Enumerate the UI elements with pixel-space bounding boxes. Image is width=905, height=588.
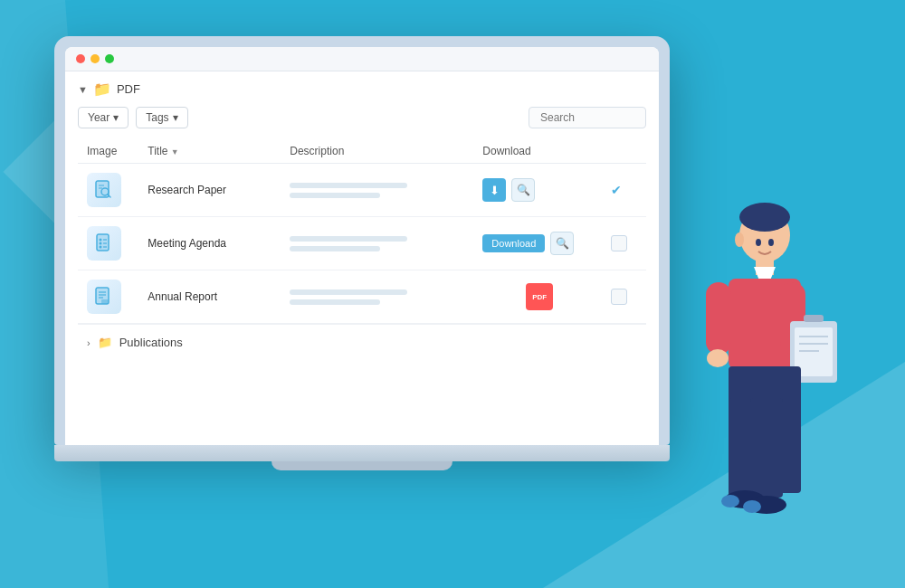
search-container bbox=[529, 107, 646, 128]
tags-dropdown[interactable]: Tags ▾ bbox=[136, 107, 187, 128]
year-label: Year bbox=[88, 111, 110, 124]
toolbar: Year ▾ Tags ▾ bbox=[78, 107, 646, 128]
svg-point-21 bbox=[739, 203, 790, 232]
svg-rect-31 bbox=[804, 315, 824, 322]
pdf-folder-name: PDF bbox=[117, 82, 140, 96]
folder-chevron-icon[interactable]: ▼ bbox=[78, 84, 88, 95]
svg-marker-23 bbox=[754, 267, 776, 280]
search-icon-button[interactable]: 🔍 bbox=[550, 232, 574, 255]
desc-line bbox=[290, 193, 380, 198]
col-header-image: Image bbox=[78, 139, 138, 164]
svg-point-42 bbox=[735, 232, 744, 247]
col-header-description: Description bbox=[281, 139, 473, 164]
svg-rect-25 bbox=[706, 282, 731, 355]
row2-download-cell: Download 🔍 bbox=[473, 217, 605, 270]
svg-rect-37 bbox=[750, 398, 783, 498]
research-paper-title: Research Paper bbox=[148, 184, 226, 196]
row3-download-cell: PDF bbox=[473, 270, 605, 324]
desc-line bbox=[290, 236, 407, 242]
file-table: Image Title ▼ Description Download bbox=[78, 139, 646, 324]
annual-report-title: Annual Report bbox=[148, 290, 217, 303]
svg-point-27 bbox=[707, 349, 729, 367]
desc-line bbox=[290, 183, 407, 188]
row1-download-actions: ⬇ 🔍 bbox=[482, 178, 596, 202]
meeting-agenda-desc bbox=[290, 236, 464, 251]
window-close-dot[interactable] bbox=[76, 54, 85, 63]
svg-point-44 bbox=[768, 239, 774, 246]
desc-line bbox=[290, 289, 407, 295]
window-minimize-dot[interactable] bbox=[90, 54, 100, 63]
row1-check-cell: ✔ bbox=[605, 164, 646, 217]
publications-folder-name: Publications bbox=[119, 336, 183, 349]
pdf-file-icon[interactable]: PDF bbox=[526, 283, 553, 310]
year-chevron-icon: ▾ bbox=[113, 111, 119, 124]
row1-desc-cell bbox=[281, 164, 473, 217]
laptop-container: ▼ 📁 PDF Year ▾ Tags ▾ bbox=[54, 36, 670, 461]
window-maximize-dot[interactable] bbox=[105, 54, 114, 63]
col-header-title[interactable]: Title ▼ bbox=[138, 139, 281, 164]
row2-title-cell: Meeting Agenda bbox=[138, 217, 281, 270]
row3-check-cell bbox=[605, 270, 646, 324]
row3-title-cell: Annual Report bbox=[138, 270, 281, 324]
download-text-button[interactable]: Download bbox=[482, 234, 545, 252]
meeting-agenda-title: Meeting Agenda bbox=[148, 237, 226, 250]
row2-desc-cell bbox=[281, 217, 473, 270]
tags-label: Tags bbox=[146, 111, 168, 124]
person-illustration bbox=[656, 181, 855, 561]
svg-point-12 bbox=[100, 246, 102, 249]
row3-checkbox[interactable] bbox=[611, 289, 627, 305]
table-row: Meeting Agenda bbox=[78, 217, 646, 270]
row1-image-cell bbox=[78, 164, 138, 217]
person-svg bbox=[656, 181, 855, 561]
svg-point-40 bbox=[721, 495, 739, 507]
download-icon-button[interactable]: ⬇ bbox=[482, 178, 506, 202]
desc-line bbox=[290, 246, 380, 251]
publications-chevron-icon: › bbox=[87, 337, 90, 348]
col-header-download: Download bbox=[473, 139, 605, 164]
table-row: Annual Report bbox=[78, 270, 646, 324]
search-icon-button[interactable]: 🔍 bbox=[511, 178, 535, 202]
svg-point-8 bbox=[100, 239, 102, 242]
folder-header: ▼ 📁 PDF bbox=[78, 81, 646, 98]
publications-folder-icon: 📁 bbox=[98, 336, 112, 349]
svg-point-43 bbox=[756, 239, 761, 246]
research-paper-desc bbox=[290, 183, 464, 198]
row2-checkbox[interactable] bbox=[611, 235, 627, 251]
browser-window: ▼ 📁 PDF Year ▾ Tags ▾ bbox=[65, 47, 659, 445]
row2-download-actions: Download 🔍 bbox=[482, 232, 596, 255]
row1-title-cell: Research Paper bbox=[138, 164, 281, 217]
col-header-check bbox=[605, 139, 646, 164]
svg-point-41 bbox=[743, 500, 761, 513]
row1-download-cell: ⬇ 🔍 bbox=[473, 164, 605, 217]
title-sort-icon: ▼ bbox=[171, 147, 179, 156]
pdf-icon-container: PDF bbox=[482, 283, 596, 310]
laptop-screen: ▼ 📁 PDF Year ▾ Tags ▾ bbox=[54, 36, 670, 445]
browser-content: ▼ 📁 PDF Year ▾ Tags ▾ bbox=[65, 71, 659, 369]
svg-rect-19 bbox=[101, 299, 109, 304]
svg-rect-6 bbox=[97, 234, 109, 251]
annual-report-icon bbox=[87, 280, 121, 314]
table-row: Research Paper bbox=[78, 164, 646, 217]
tags-chevron-icon: ▾ bbox=[173, 111, 178, 124]
row3-image-cell bbox=[78, 270, 138, 324]
window-chrome bbox=[65, 47, 659, 71]
search-input[interactable] bbox=[529, 107, 646, 128]
meeting-agenda-icon bbox=[87, 226, 121, 261]
annual-report-desc bbox=[290, 289, 464, 305]
row1-checkmark[interactable]: ✔ bbox=[611, 183, 622, 197]
desc-line bbox=[290, 299, 380, 305]
row3-desc-cell bbox=[281, 270, 473, 324]
row2-image-cell bbox=[78, 217, 138, 270]
publications-folder[interactable]: › 📁 Publications bbox=[78, 324, 646, 360]
year-dropdown[interactable]: Year ▾ bbox=[78, 107, 129, 128]
research-paper-icon bbox=[87, 173, 121, 207]
laptop-base bbox=[54, 445, 670, 461]
row2-check-cell bbox=[605, 217, 646, 270]
pdf-folder-icon: 📁 bbox=[93, 81, 111, 98]
svg-point-10 bbox=[100, 242, 102, 245]
